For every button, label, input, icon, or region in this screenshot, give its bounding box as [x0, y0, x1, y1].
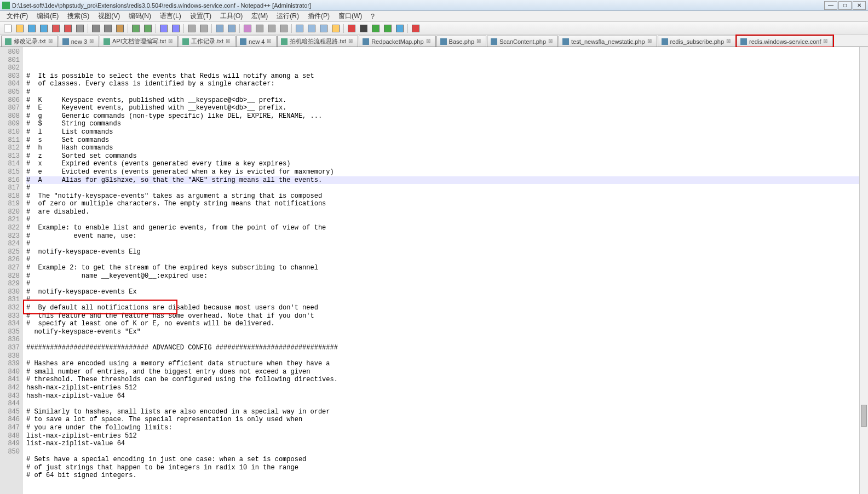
- menu-item[interactable]: 语言(L): [156, 12, 186, 21]
- menu-item[interactable]: 插件(P): [303, 12, 334, 21]
- code-line[interactable]: # e Evicted events (events generated whe…: [26, 168, 868, 176]
- code-line[interactable]: # l List commands: [26, 128, 868, 136]
- replace-icon[interactable]: [170, 23, 181, 34]
- code-line[interactable]: # By default all notifications are disab…: [26, 304, 868, 312]
- tab[interactable]: new 3⊠: [59, 36, 99, 47]
- print-icon[interactable]: [74, 23, 85, 34]
- menu-item[interactable]: 编码(N): [124, 12, 156, 21]
- menu-item[interactable]: 运行(R): [272, 12, 303, 21]
- code-line[interactable]: # K Keyspace events, published with __ke…: [26, 96, 868, 105]
- doc-map-icon[interactable]: [294, 23, 305, 34]
- macro-play-icon[interactable]: [370, 23, 381, 34]
- code-line[interactable]: # event name, use:: [26, 232, 868, 240]
- code-line[interactable]: # to save a lot of space. The special re…: [26, 416, 868, 424]
- menu-item[interactable]: 编辑(E): [32, 12, 63, 21]
- code-line[interactable]: #: [26, 296, 868, 304]
- wrap-icon[interactable]: [242, 23, 253, 34]
- tab-close-icon[interactable]: ⊠: [647, 38, 653, 44]
- code-line[interactable]: # you are under the following limits:: [26, 424, 868, 432]
- tab-close-icon[interactable]: ⊠: [548, 38, 554, 44]
- code-line[interactable]: hash-max-ziplist-value 64: [26, 392, 868, 400]
- tab[interactable]: 拍机暗拍流程思路.txt⊠: [277, 36, 358, 47]
- tab-close-icon[interactable]: ⊠: [89, 38, 95, 44]
- code-line[interactable]: [26, 352, 868, 360]
- redo-icon[interactable]: [142, 23, 153, 34]
- code-line[interactable]: # E Keyevent events, published with __ke…: [26, 104, 868, 112]
- close-icon[interactable]: [50, 23, 61, 34]
- code-line[interactable]: # of classes. Every class is identified …: [26, 80, 868, 88]
- code-line[interactable]: # notify-keyspace-events Ex: [26, 288, 868, 296]
- code-line[interactable]: [26, 400, 868, 408]
- macro-record-icon[interactable]: [346, 23, 357, 34]
- code-line[interactable]: #: [26, 256, 868, 264]
- tab-close-icon[interactable]: ⊠: [48, 38, 54, 44]
- close-window-button[interactable]: ✕: [853, 1, 866, 10]
- tab-close-icon[interactable]: ⊠: [348, 38, 354, 44]
- code-line[interactable]: # g Generic commands (non-type specific)…: [26, 112, 868, 120]
- tab[interactable]: test_newsfla_newstatic.php⊠: [559, 36, 657, 47]
- code-line[interactable]: # are disabled.: [26, 208, 868, 216]
- code-line[interactable]: # threshold. These thresholds can be con…: [26, 376, 868, 384]
- code-line[interactable]: ############################### ADVANCED…: [26, 344, 868, 352]
- tab[interactable]: ScanContent.php⊠: [487, 36, 558, 47]
- tab-close-icon[interactable]: ⊠: [226, 38, 232, 44]
- undo-icon[interactable]: [130, 23, 141, 34]
- tab[interactable]: new 4⊠: [236, 36, 277, 47]
- code-line[interactable]: list-max-ziplist-value 64: [26, 440, 868, 448]
- code-line[interactable]: # notify-keyspace-events Elg: [26, 248, 868, 256]
- tab[interactable]: RedpacketMap.php⊠: [359, 36, 435, 47]
- minimize-button[interactable]: —: [824, 1, 837, 10]
- code-line[interactable]: notify-keyspace-events "Ex": [26, 328, 868, 336]
- code-line[interactable]: # s Set commands: [26, 136, 868, 145]
- code-line[interactable]: list-max-ziplist-entries 512: [26, 432, 868, 440]
- code-line[interactable]: [26, 336, 868, 344]
- code-line[interactable]: # Similarly to hashes, small lists are a…: [26, 408, 868, 416]
- code-line[interactable]: #: [26, 240, 868, 248]
- sync-h-icon[interactable]: [226, 23, 237, 34]
- code-line[interactable]: # $ String commands: [26, 120, 868, 128]
- menu-item[interactable]: 视图(V): [94, 12, 124, 21]
- vertical-scrollbar[interactable]: [859, 47, 868, 494]
- code-line[interactable]: # of zero or multiple characters. The em…: [26, 200, 868, 208]
- code-line[interactable]: # h Hash commands: [26, 144, 868, 152]
- code-line[interactable]: # Example 2: to get the stream of the ex…: [26, 264, 868, 272]
- menu-item[interactable]: 工具(O): [216, 12, 247, 21]
- paste-icon[interactable]: [114, 23, 125, 34]
- open-file-icon[interactable]: [14, 23, 25, 34]
- code-line[interactable]: #: [26, 184, 868, 192]
- code-line[interactable]: [26, 448, 868, 456]
- scroll-thumb[interactable]: [861, 405, 867, 427]
- indent-guide-icon[interactable]: [266, 23, 277, 34]
- code-line[interactable]: # x Expired events (events generated eve…: [26, 160, 868, 168]
- macro-multi-icon[interactable]: [382, 23, 393, 34]
- zoom-in-icon[interactable]: [186, 23, 197, 34]
- tab[interactable]: API文档管理编写.txt⊠: [100, 36, 178, 47]
- code-line[interactable]: # The "notify-keyspace-events" takes as …: [26, 192, 868, 200]
- tab-close-icon[interactable]: ⊠: [267, 38, 273, 44]
- tab-close-icon[interactable]: ⊠: [726, 38, 732, 44]
- code-line[interactable]: # It is possible to select the events th…: [26, 72, 868, 81]
- macro-save-icon[interactable]: [394, 23, 405, 34]
- code-line[interactable]: # z Sorted set commands: [26, 152, 868, 160]
- spell-check-icon[interactable]: [410, 23, 421, 34]
- code-line[interactable]: # A Alias for g$lshzxe, so that the "AKE…: [26, 176, 868, 185]
- code-line[interactable]: # Example: to enable list and generic ev…: [26, 224, 868, 232]
- code-line[interactable]: # Hashes are encoded using a memory effi…: [26, 360, 868, 368]
- save-all-icon[interactable]: [38, 23, 49, 34]
- tab-close-icon[interactable]: ⊠: [823, 38, 829, 44]
- close-all-icon[interactable]: [62, 23, 73, 34]
- sync-v-icon[interactable]: [214, 23, 225, 34]
- copy-icon[interactable]: [102, 23, 113, 34]
- code-line[interactable]: #: [26, 280, 868, 288]
- menu-item[interactable]: 搜索(S): [63, 12, 94, 21]
- code-content[interactable]: # It is possible to select the events th…: [23, 47, 868, 494]
- menu-item[interactable]: 文件(F): [2, 12, 32, 21]
- menu-item[interactable]: 设置(T): [186, 12, 216, 21]
- language-icon[interactable]: [278, 23, 289, 34]
- code-line[interactable]: hash-max-ziplist-entries 512: [26, 384, 868, 392]
- find-icon[interactable]: [158, 23, 169, 34]
- code-line[interactable]: #: [26, 216, 868, 224]
- menu-item[interactable]: 窗口(W): [334, 12, 366, 21]
- code-line[interactable]: # this feature and the feature has some …: [26, 312, 868, 320]
- show-all-icon[interactable]: [254, 23, 265, 34]
